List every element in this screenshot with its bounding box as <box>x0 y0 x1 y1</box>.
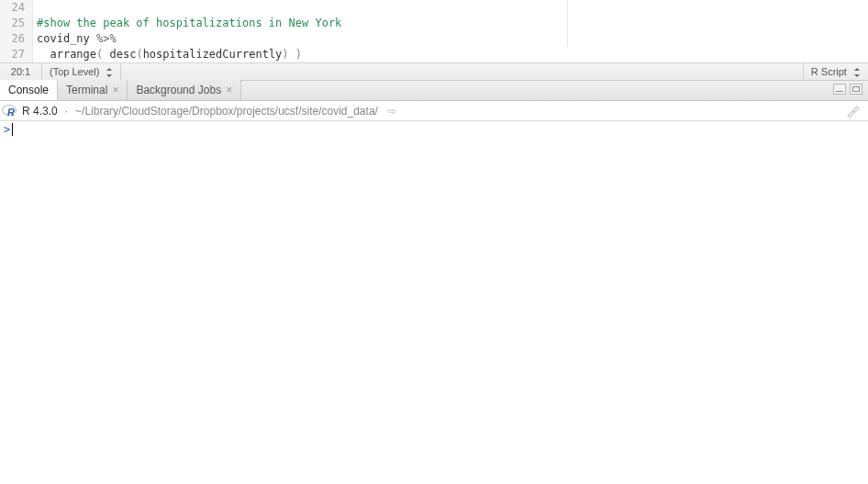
code-lines[interactable]: #show the peak of hospitalizations in Ne… <box>33 0 868 62</box>
tab-background-jobs[interactable]: Background Jobs× <box>128 80 241 100</box>
source-editor-pane: 24252627 #show the peak of hospitalizati… <box>0 0 868 81</box>
console-header: R R 4.3.0 · ~/Library/CloudStorage/Dropb… <box>0 101 868 121</box>
code-area[interactable]: 24252627 #show the peak of hospitalizati… <box>0 0 868 62</box>
tab-console[interactable]: Console <box>0 80 58 100</box>
console-prompt: > <box>4 123 10 136</box>
language-selector[interactable]: R Script <box>803 63 868 80</box>
line-number-gutter: 24252627 <box>0 0 33 62</box>
console-tabstrip: ConsoleTerminal×Background Jobs× <box>0 81 868 101</box>
close-icon[interactable]: × <box>112 84 118 96</box>
code-line[interactable]: covid_ny %>% <box>37 31 868 47</box>
r-version: R 4.3.0 <box>22 105 58 118</box>
code-line[interactable] <box>37 0 868 16</box>
pane-window-controls <box>833 84 862 95</box>
goto-directory-icon[interactable]: ⇨ <box>387 105 396 118</box>
code-line[interactable]: #show the peak of hospitalizations in Ne… <box>37 16 868 31</box>
close-icon[interactable]: × <box>226 84 232 96</box>
maximize-pane-button[interactable] <box>850 84 862 95</box>
text-cursor <box>12 123 13 136</box>
cursor-position[interactable]: 20:1 <box>0 63 42 80</box>
updown-icon <box>106 68 113 77</box>
separator-dot: · <box>63 105 70 118</box>
language-label: R Script <box>811 66 847 77</box>
tab-terminal[interactable]: Terminal× <box>58 80 128 100</box>
scope-selector[interactable]: (Top Level) <box>42 63 121 80</box>
tab-label: Console <box>8 80 49 100</box>
tab-label: Terminal <box>66 80 107 100</box>
line-number: 26 <box>0 31 25 47</box>
tab-label: Background Jobs <box>136 80 221 100</box>
line-number: 24 <box>0 0 25 16</box>
r-logo-icon: R <box>2 104 17 118</box>
scope-label: (Top Level) <box>50 66 99 77</box>
line-number: 25 <box>0 16 25 31</box>
line-number: 27 <box>0 47 25 62</box>
updown-icon <box>853 68 861 77</box>
console-body[interactable]: > <box>0 121 868 484</box>
working-directory[interactable]: ~/Library/CloudStorage/Dropbox/projects/… <box>75 105 378 118</box>
minimize-pane-button[interactable] <box>833 84 846 95</box>
editor-status-bar: 20:1 (Top Level) R Script <box>0 62 868 80</box>
margin-ruler <box>567 0 568 47</box>
clear-console-icon[interactable] <box>846 105 861 118</box>
code-line[interactable]: arrange( desc(hospitalizedCurrently) ) <box>37 47 868 62</box>
